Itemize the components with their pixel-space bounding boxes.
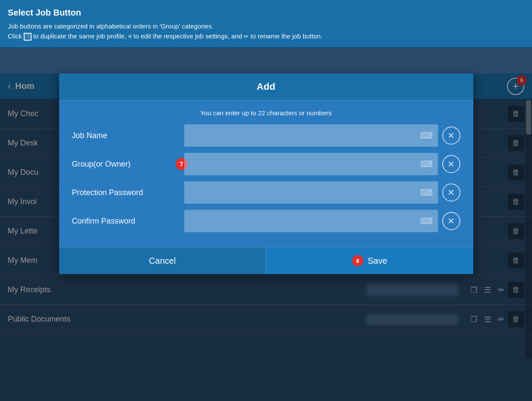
info-line2: Click ❐ to duplicate the same job profil… xyxy=(8,32,524,41)
group-owner-input-wrap: ⌨ ✕ xyxy=(184,153,460,175)
pencil-inline-icon: ✏ xyxy=(244,32,249,41)
info-click-text: Click xyxy=(8,32,22,40)
info-line1: Job buttons are categorized in alphabeti… xyxy=(8,22,524,32)
protection-password-row: Protection Password ⌨ ✕ xyxy=(72,181,460,204)
group-owner-row: Group(or Owner) 7 ⌨ ✕ xyxy=(72,153,460,175)
keyboard-icon: ⌨ xyxy=(420,187,433,198)
save-label: Save xyxy=(368,256,387,266)
clear-x-icon: ✕ xyxy=(447,159,455,169)
confirm-password-input[interactable]: ⌨ xyxy=(184,210,438,232)
add-modal: Add You can enter up to 22 characters or… xyxy=(59,73,473,274)
modal-overlay: Add You can enter up to 22 characters or… xyxy=(0,73,532,401)
duplicate-inline-icon: ❐ xyxy=(24,33,31,41)
clear-x-icon: ✕ xyxy=(447,216,455,226)
clear-x-icon: ✕ xyxy=(447,130,455,141)
confirm-password-clear-button[interactable]: ✕ xyxy=(442,212,460,230)
confirm-password-row: Confirm Password ⌨ ✕ xyxy=(72,210,460,232)
step-badge-8: 8 xyxy=(352,255,363,266)
info-line2d: to rename the job button. xyxy=(251,32,323,40)
info-title: Select Job Button xyxy=(8,6,524,19)
modal-title: Add xyxy=(257,81,275,92)
modal-footer: Cancel 8 Save xyxy=(59,247,473,274)
cancel-button[interactable]: Cancel xyxy=(59,247,266,274)
job-name-input-wrap: ⌨ ✕ xyxy=(184,124,460,147)
job-name-input[interactable]: ⌨ xyxy=(184,124,438,147)
sliders-inline-icon: ≡ xyxy=(128,32,132,41)
job-name-clear-button[interactable]: ✕ xyxy=(442,126,460,145)
modal-header: Add xyxy=(59,73,473,101)
info-line2c: to edit the respective job settings, and xyxy=(133,32,242,40)
group-owner-input[interactable]: ⌨ xyxy=(184,153,438,175)
protection-password-input-wrap: ⌨ ✕ xyxy=(184,181,460,204)
keyboard-icon: ⌨ xyxy=(420,130,433,141)
job-name-row: Job Name ⌨ ✕ xyxy=(72,124,460,147)
keyboard-icon: ⌨ xyxy=(420,159,433,169)
info-banner: Select Job Button Job buttons are catego… xyxy=(0,0,532,48)
protection-password-input[interactable]: ⌨ xyxy=(184,181,438,204)
group-owner-label: Group(or Owner) xyxy=(72,160,184,169)
protection-password-label: Protection Password xyxy=(72,188,184,197)
save-button[interactable]: 8 Save xyxy=(266,247,473,274)
confirm-password-input-wrap: ⌨ ✕ xyxy=(184,210,460,232)
job-name-label: Job Name xyxy=(72,131,184,140)
protection-password-clear-button[interactable]: ✕ xyxy=(442,183,460,202)
group-owner-clear-button[interactable]: ✕ xyxy=(442,155,460,173)
confirm-password-label: Confirm Password xyxy=(72,217,184,226)
modal-body: You can enter up to 22 characters or num… xyxy=(59,101,473,247)
clear-x-icon: ✕ xyxy=(447,187,455,198)
info-line2b: to duplicate the same job profile, xyxy=(33,32,126,40)
modal-hint: You can enter up to 22 characters or num… xyxy=(72,109,460,117)
keyboard-icon: ⌨ xyxy=(420,216,433,226)
